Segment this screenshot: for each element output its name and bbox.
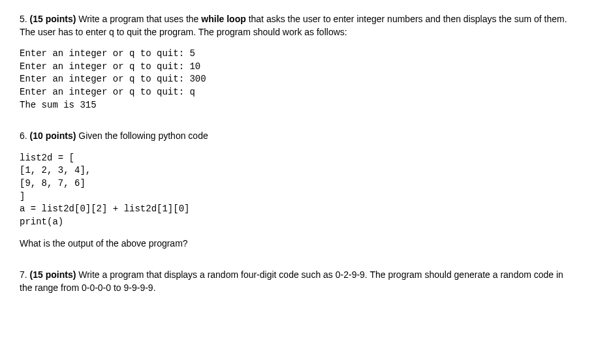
question-points: (10 points) [30, 130, 76, 141]
question-5-prompt: 5. (15 points) Write a program that uses… [20, 13, 576, 38]
question-5: 5. (15 points) Write a program that uses… [20, 13, 576, 112]
question-6: 6. (10 points) Given the following pytho… [20, 130, 576, 250]
question-7: 7. (15 points) Write a program that disp… [20, 269, 576, 294]
question-number: 6. [20, 130, 27, 141]
question-text-part1: Given the following python code [76, 130, 208, 141]
question-text-part1: Write a program that displays a random f… [20, 269, 563, 293]
question-points: (15 points) [30, 269, 76, 280]
question-6-post: What is the output of the above program? [20, 237, 576, 250]
question-7-prompt: 7. (15 points) Write a program that disp… [20, 269, 576, 294]
question-6-prompt: 6. (10 points) Given the following pytho… [20, 130, 576, 143]
question-number: 7. [20, 269, 27, 280]
question-bold-phrase: while loop [201, 14, 245, 24]
question-6-code: list2d = [ [1, 2, 3, 4], [9, 8, 7, 6] ] … [20, 152, 576, 229]
question-text-part1: Write a program that uses the [76, 14, 201, 24]
question-5-code: Enter an integer or q to quit: 5 Enter a… [20, 48, 576, 112]
question-number: 5. [20, 14, 27, 24]
question-points: (15 points) [30, 14, 76, 24]
